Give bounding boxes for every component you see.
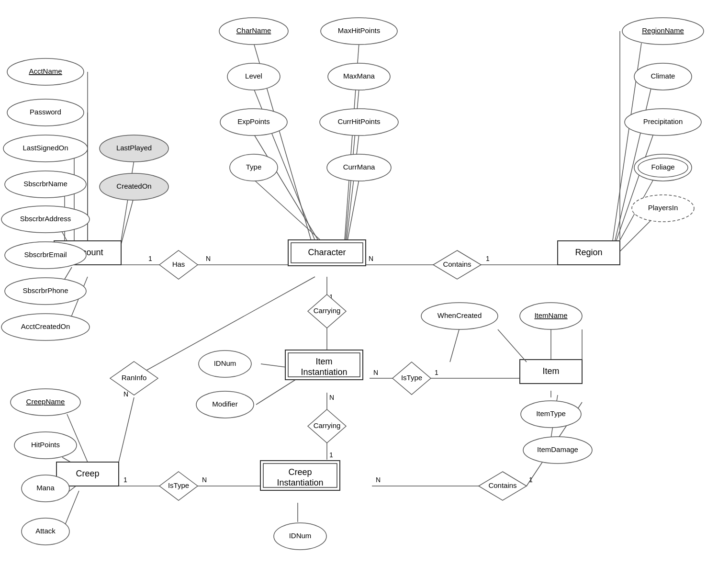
entity-creepinst-label1: Creep xyxy=(288,467,312,477)
entity-item-label: Item xyxy=(542,366,559,376)
attr-itemname-label: ItemName xyxy=(534,311,567,319)
attr-climate-label: Climate xyxy=(651,72,675,80)
attr-creepname-label: CreepName xyxy=(26,397,65,406)
attr-charname-label: CharName xyxy=(236,26,271,34)
label-carrying-bot: Carrying xyxy=(314,421,341,430)
attr-type-label: Type xyxy=(246,163,262,171)
label-contains-top: Contains xyxy=(443,260,471,268)
line-exppoints xyxy=(254,134,318,240)
attr-acctname-label: AcctName xyxy=(29,67,62,75)
attr-password-label: Password xyxy=(30,108,61,116)
attr-regionname-label: RegionName xyxy=(642,26,684,34)
er-diagram: 1 N N 1 1 N N 1 N 1 M N 1 N N 1 Has Cont… xyxy=(0,0,718,588)
entity-iteminst-label2: Instantiation xyxy=(301,367,347,377)
attr-createdon-label: CreatedOn xyxy=(116,182,151,190)
line-raninfo-creep xyxy=(119,397,134,462)
card-creepinst-contains-n: N xyxy=(376,476,381,484)
attr-itemtype-label: ItemType xyxy=(536,409,566,418)
card-iteminst-istype-n: N xyxy=(373,369,378,376)
attr-sbscrbraddress-label: SbscrbrAddress xyxy=(20,215,71,223)
line-playersin xyxy=(615,218,653,256)
line-createdon xyxy=(121,196,134,244)
card-creep-istype-1: 1 xyxy=(123,476,127,484)
line-modifier xyxy=(256,378,298,405)
attr-acctcreatedon-label: AcctCreatedOn xyxy=(21,322,70,330)
attr-sbscrbrname-label: SbscrbrName xyxy=(23,180,67,188)
card-iteminst-carrying2-n: N xyxy=(329,394,334,401)
label-istype-creep: IsType xyxy=(168,481,189,489)
entity-region-label: Region xyxy=(575,248,602,257)
line-whencreated xyxy=(450,328,460,362)
label-carrying-top: Carrying xyxy=(314,306,341,315)
line-precipitation xyxy=(615,134,653,244)
attr-itemdamage-label: ItemDamage xyxy=(537,445,578,453)
attr-lastplayed-label: LastPlayed xyxy=(116,144,152,152)
line-item-whencreated-connect xyxy=(498,329,527,362)
attr-exppoints-label: ExpPoints xyxy=(237,117,270,125)
attr-modifier-label: Modifier xyxy=(212,400,237,408)
entity-creep-label: Creep xyxy=(76,469,99,478)
card-account-has-1: 1 xyxy=(148,255,152,262)
attr-whencreated-label: WhenCreated xyxy=(438,311,482,319)
attr-idnum-creep-label: IDNum xyxy=(289,531,312,540)
attr-currhitpoints-label: CurrHitPoints xyxy=(337,117,380,125)
attr-sbscrbremails-label: SbscrbrEmail xyxy=(24,250,67,259)
card-raninfo-n: N xyxy=(123,390,128,398)
attr-lastsignedon-label: LastSignedOn xyxy=(22,144,68,152)
attr-sbscrbrphone-label: SbscrbrPhone xyxy=(22,286,68,294)
card-contains-region-1: 1 xyxy=(486,255,490,262)
label-istype-item: IsType xyxy=(401,373,422,382)
attr-foliage-label: Foliage xyxy=(651,163,674,171)
line-lastplayed xyxy=(121,160,134,241)
card-carrying2-creepinst-1: 1 xyxy=(329,451,333,459)
entity-character-label: Character xyxy=(308,248,346,257)
card-istype-creepinst-n: N xyxy=(202,476,207,484)
entity-creepinst-label2: Instantiation xyxy=(277,478,323,487)
card-contains-item-1: 1 xyxy=(529,476,533,484)
attr-attack-label: Attack xyxy=(35,527,56,535)
label-has: Has xyxy=(172,260,185,268)
attr-playersin-label: PlayersIn xyxy=(648,204,678,212)
line-currmana xyxy=(348,180,359,240)
attr-currmana-label: CurrMana xyxy=(343,163,375,171)
attr-precipitation-label: Precipitation xyxy=(643,117,683,125)
attr-maxhitpoints-label: MaxHitPoints xyxy=(338,26,380,34)
card-istype-item-1: 1 xyxy=(435,369,438,376)
entity-iteminst-label1: Item xyxy=(315,357,332,366)
attr-maxmana-label: MaxMana xyxy=(343,72,375,80)
attr-mana-label: Mana xyxy=(36,484,55,492)
attr-level-label: Level xyxy=(245,72,262,80)
card-char-contains-n: N xyxy=(369,255,373,262)
label-contains-bot: Contains xyxy=(488,481,516,489)
label-raninfo: RanInfo xyxy=(122,373,147,382)
attr-idnum-item-label: IDNum xyxy=(214,359,236,367)
card-has-char-n: N xyxy=(206,255,211,262)
attr-hitpoints-label: HitPoints xyxy=(31,441,60,449)
